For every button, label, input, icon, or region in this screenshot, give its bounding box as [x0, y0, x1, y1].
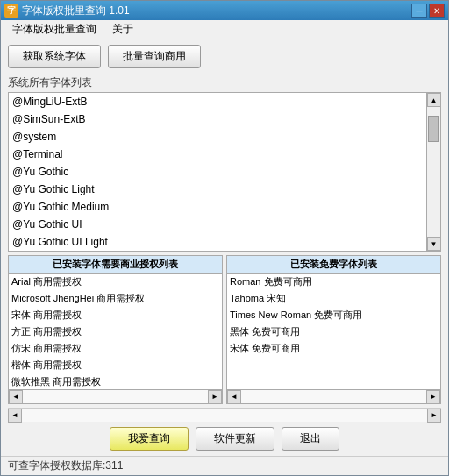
hscroll-right[interactable]: ►	[427, 409, 441, 423]
hscroll-right-arrow[interactable]: ►	[208, 390, 222, 404]
query-button[interactable]: 我爱查询	[110, 427, 189, 451]
outer-hscrollbar[interactable]: ◄ ►	[8, 408, 441, 422]
menu-item-font-query[interactable]: 字体版权批量查询	[4, 19, 104, 39]
main-list-scrollbar[interactable]: ▲ ▼	[426, 93, 440, 251]
free-fonts-panel: 已安装免费字体列表 Roman 免费可商用 Tahoma 宋知 Times Ne…	[226, 255, 441, 404]
hscroll-main-track[interactable]	[22, 409, 427, 422]
bottom-lists: 已安装字体需要商业授权列表 Arial 商用需授权 Microsoft Jhen…	[8, 255, 441, 404]
free-hscrollbar[interactable]: ◄ ►	[227, 389, 440, 403]
list-item[interactable]: @Yu Gothic UI Light	[9, 233, 426, 251]
hscroll-left-arrow[interactable]: ◄	[227, 390, 241, 404]
status-bar: 可查字体授权数据库:311	[1, 456, 448, 475]
list-item[interactable]: @Yu Gothic UI	[9, 216, 426, 233]
list-item[interactable]: @Yu Gothic Light	[9, 181, 426, 198]
free-fonts-header: 已安装免费字体列表	[227, 256, 440, 274]
commercial-list-inner: Arial 商用需授权 Microsoft JhengHei 商用需授权 宋体 …	[9, 274, 222, 403]
update-button[interactable]: 软件更新	[196, 427, 274, 451]
commercial-fonts-list[interactable]: Arial 商用需授权 Microsoft JhengHei 商用需授权 宋体 …	[9, 274, 222, 389]
scroll-down-arrow[interactable]: ▼	[427, 237, 441, 251]
commercial-fonts-panel: 已安装字体需要商业授权列表 Arial 商用需授权 Microsoft Jhen…	[8, 255, 223, 404]
list-item[interactable]: Times New Roman 免费可商用	[227, 307, 440, 323]
get-fonts-button[interactable]: 获取系统字体	[8, 45, 101, 68]
toolbar: 获取系统字体 批量查询商用	[1, 39, 448, 74]
scroll-track[interactable]	[427, 107, 440, 237]
action-bar: 我爱查询 软件更新 退出	[1, 422, 448, 456]
hscroll-track[interactable]	[23, 390, 208, 403]
scroll-thumb[interactable]	[428, 116, 439, 142]
system-fonts-container: @MingLiU-ExtB @SimSun-ExtB @system @Term…	[8, 92, 441, 252]
batch-query-button[interactable]: 批量查询商用	[108, 45, 201, 68]
system-fonts-label: 系统所有字体列表	[1, 74, 448, 92]
list-item[interactable]: 黑体 免费可商用	[227, 323, 440, 340]
list-item[interactable]: @Terminal	[9, 146, 426, 163]
list-item[interactable]: Tahoma 宋知	[227, 290, 440, 307]
menu-bar: 字体版权批量查询 关于	[1, 20, 448, 39]
hscroll-left[interactable]: ◄	[8, 409, 22, 423]
list-item[interactable]: @system	[9, 128, 426, 146]
hscroll-right-arrow[interactable]: ►	[426, 390, 440, 404]
commercial-hscrollbar[interactable]: ◄ ►	[9, 389, 222, 403]
free-fonts-list[interactable]: Roman 免费可商用 Tahoma 宋知 Times New Roman 免费…	[227, 274, 440, 389]
list-item[interactable]: 方正 商用需授权	[9, 323, 222, 340]
list-item[interactable]: 楷体 商用需授权	[9, 357, 222, 373]
title-bar: 字 字体版权批里查询 1.01 ─ ✕	[1, 1, 448, 20]
system-fonts-scroll-area: @MingLiU-ExtB @SimSun-ExtB @system @Term…	[9, 93, 440, 251]
list-item[interactable]: 仿宋 商用需授权	[9, 340, 222, 357]
close-button[interactable]: ✕	[429, 4, 445, 18]
main-window: 字 字体版权批里查询 1.01 ─ ✕ 字体版权批量查询 关于 获取系统字体 批…	[0, 0, 449, 476]
list-item[interactable]: 宋体 免费可商用	[227, 340, 440, 357]
list-item[interactable]: 微软推黑 商用需授权	[9, 373, 222, 389]
list-item[interactable]: 宋体 商用需授权	[9, 307, 222, 323]
list-item[interactable]: @MingLiU-ExtB	[9, 93, 426, 110]
system-fonts-list[interactable]: @MingLiU-ExtB @SimSun-ExtB @system @Term…	[9, 93, 426, 251]
list-item[interactable]: Microsoft JhengHei 商用需授权	[9, 290, 222, 307]
status-text: 可查字体授权数据库:311	[8, 459, 123, 472]
minimize-button[interactable]: ─	[411, 4, 427, 18]
title-bar-controls: ─ ✕	[411, 4, 445, 18]
hscroll-left-arrow[interactable]: ◄	[9, 390, 23, 404]
list-item[interactable]: @SimSun-ExtB	[9, 110, 426, 128]
scroll-up-arrow[interactable]: ▲	[427, 93, 441, 107]
list-item[interactable]: @Yu Gothic	[9, 163, 426, 181]
exit-button[interactable]: 退出	[282, 427, 339, 451]
list-item[interactable]: Arial 商用需授权	[9, 274, 222, 290]
hscroll-track[interactable]	[241, 390, 426, 403]
app-icon: 字	[4, 4, 18, 18]
menu-item-about[interactable]: 关于	[104, 19, 141, 39]
list-item[interactable]: @Yu Gothic Medium	[9, 198, 426, 216]
list-item[interactable]: Roman 免费可商用	[227, 274, 440, 290]
free-list-inner: Roman 免费可商用 Tahoma 宋知 Times New Roman 免费…	[227, 274, 440, 403]
commercial-fonts-header: 已安装字体需要商业授权列表	[9, 256, 222, 274]
title-bar-text: 字体版权批里查询 1.01	[22, 4, 411, 18]
